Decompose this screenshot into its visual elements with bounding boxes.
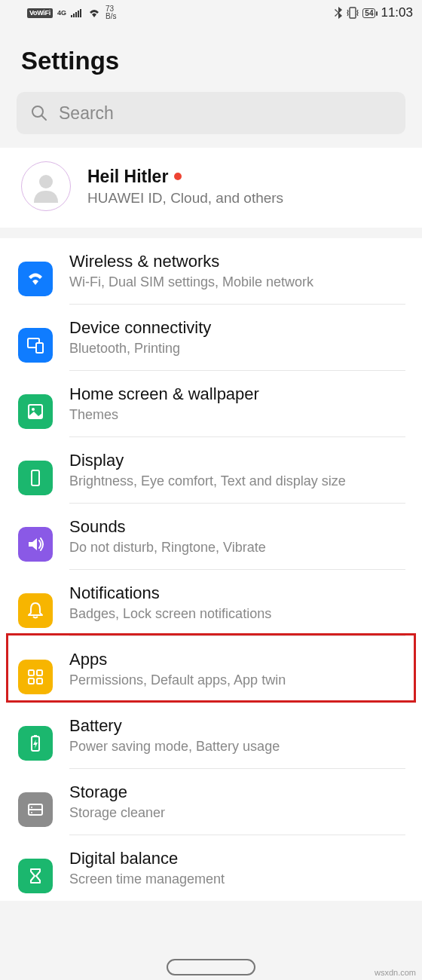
svg-rect-5 (350, 8, 356, 18)
item-body: StorageStorage cleaner (69, 782, 405, 835)
item-body: Device connectivityBluetooth, Printing (69, 318, 405, 371)
item-body: SoundsDo not disturb, Ringtone, Vibrate (69, 517, 405, 570)
devconn-icon (18, 328, 53, 363)
status-bar: VoWiFi 4G 73 B/s 54 11:03 (0, 0, 422, 24)
bell-icon (18, 593, 53, 628)
item-body: Digital balanceScreen time management (69, 849, 405, 901)
item-body: Wireless & networksWi-Fi, Dual SIM setti… (69, 252, 405, 305)
item-body: NotificationsBadges, Lock screen notific… (69, 583, 405, 636)
settings-item-storage[interactable]: StorageStorage cleaner (0, 769, 422, 835)
hourglass-icon (18, 859, 53, 893)
item-title: Digital balance (69, 849, 405, 868)
battery-icon (18, 726, 53, 761)
item-subtitle: Wi-Fi, Dual SIM settings, Mobile network (69, 274, 405, 290)
item-body: AppsPermissions, Default apps, App twin (69, 650, 405, 703)
item-body: DisplayBrightness, Eye comfort, Text and… (69, 451, 405, 504)
search-bar[interactable] (17, 92, 405, 134)
svg-point-22 (31, 807, 32, 808)
page-title: Settings (0, 24, 422, 92)
item-body: BatteryPower saving mode, Battery usage (69, 716, 405, 769)
item-title: Wireless & networks (69, 252, 405, 271)
watermark: wsxdn.com (375, 968, 416, 977)
vibrate-icon (346, 7, 359, 19)
data-speed: 73 B/s (106, 5, 116, 20)
item-subtitle: Power saving mode, Battery usage (69, 739, 405, 755)
wallpaper-icon (18, 394, 53, 429)
svg-rect-4 (80, 9, 81, 17)
svg-point-23 (31, 812, 32, 813)
search-icon (30, 104, 48, 122)
svg-point-12 (32, 408, 35, 411)
item-title: Storage (69, 782, 405, 802)
nav-home-pill[interactable] (167, 959, 255, 975)
svg-rect-10 (36, 343, 43, 353)
network-4g-label: 4G (57, 10, 66, 17)
svg-rect-19 (34, 735, 37, 737)
settings-item-sounds[interactable]: SoundsDo not disturb, Ringtone, Vibrate (0, 504, 422, 570)
wifi-status-icon (87, 8, 101, 18)
item-subtitle: Storage cleaner (69, 805, 405, 821)
svg-rect-17 (37, 678, 42, 684)
wifi-icon (18, 262, 53, 296)
settings-item-wifi[interactable]: Wireless & networksWi-Fi, Dual SIM setti… (0, 238, 422, 305)
item-title: Notifications (69, 583, 405, 603)
storage-icon (18, 792, 53, 827)
battery-icon: 54 (362, 8, 375, 18)
display-icon (18, 461, 53, 495)
account-text: Heil Hitler HUAWEI ID, Cloud, and others (87, 167, 405, 207)
settings-item-battery[interactable]: BatteryPower saving mode, Battery usage (0, 703, 422, 769)
svg-rect-1 (73, 14, 75, 17)
svg-rect-14 (29, 670, 34, 675)
svg-point-8 (39, 175, 53, 188)
item-title: Display (69, 451, 405, 470)
settings-item-hourglass[interactable]: Digital balanceScreen time management (0, 835, 422, 901)
item-title: Home screen & wallpaper (69, 384, 405, 404)
settings-item-display[interactable]: DisplayBrightness, Eye comfort, Text and… (0, 437, 422, 504)
item-subtitle: Do not disturb, Ringtone, Vibrate (69, 540, 405, 556)
account-name: Heil Hitler (87, 167, 168, 187)
vowifi-badge: VoWiFi (27, 8, 53, 18)
svg-rect-2 (75, 12, 77, 17)
settings-list: Wireless & networksWi-Fi, Dual SIM setti… (0, 238, 422, 901)
item-subtitle: Themes (69, 407, 405, 423)
svg-rect-0 (71, 15, 72, 17)
settings-item-apps[interactable]: AppsPermissions, Default apps, App twin (0, 636, 422, 703)
svg-rect-13 (32, 470, 39, 485)
apps-icon (18, 660, 53, 694)
item-body: Home screen & wallpaperThemes (69, 384, 405, 437)
item-subtitle: Bluetooth, Printing (69, 341, 405, 357)
svg-rect-3 (78, 11, 79, 17)
item-title: Device connectivity (69, 318, 405, 338)
search-input[interactable] (59, 103, 392, 124)
notification-dot-icon (174, 173, 182, 180)
bluetooth-icon (335, 7, 343, 19)
item-subtitle: Badges, Lock screen notifications (69, 606, 405, 622)
sounds-icon (18, 527, 53, 562)
settings-item-devconn[interactable]: Device connectivityBluetooth, Printing (0, 305, 422, 371)
search-container (0, 92, 422, 145)
status-right: 54 11:03 (335, 5, 413, 20)
settings-item-bell[interactable]: NotificationsBadges, Lock screen notific… (0, 570, 422, 636)
clock-time: 11:03 (381, 5, 413, 20)
svg-rect-15 (37, 670, 42, 675)
item-subtitle: Brightness, Eye comfort, Text and displa… (69, 473, 405, 489)
item-subtitle: Screen time management (69, 871, 405, 887)
item-title: Sounds (69, 517, 405, 537)
signal-bars-icon (71, 8, 83, 17)
settings-item-wallpaper[interactable]: Home screen & wallpaperThemes (0, 371, 422, 437)
item-subtitle: Permissions, Default apps, App twin (69, 672, 405, 688)
account-row[interactable]: Heil Hitler HUAWEI ID, Cloud, and others (0, 148, 422, 228)
svg-line-7 (41, 115, 46, 120)
item-title: Apps (69, 650, 405, 669)
status-left: VoWiFi 4G 73 B/s (27, 5, 116, 20)
item-title: Battery (69, 716, 405, 736)
avatar (21, 161, 71, 211)
account-subtitle: HUAWEI ID, Cloud, and others (87, 190, 405, 207)
svg-rect-16 (29, 678, 34, 684)
